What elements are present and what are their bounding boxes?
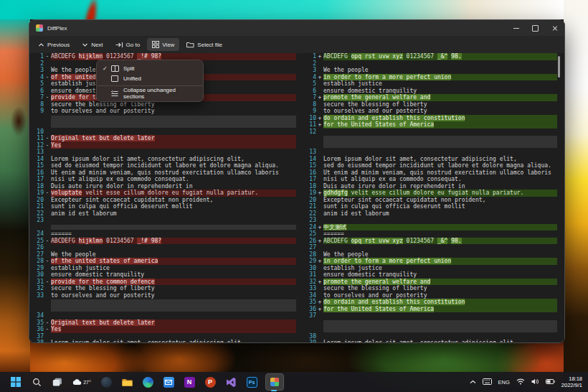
wifi-button[interactable]: [516, 378, 525, 386]
change-marker: [44, 285, 51, 292]
line-number: 37: [305, 312, 316, 319]
line-number: 20: [32, 197, 44, 204]
photoshop-button[interactable]: Ps: [245, 374, 259, 390]
start-button[interactable]: [9, 374, 23, 390]
close-icon: [552, 25, 558, 31]
select-file-button[interactable]: Select file: [181, 39, 227, 51]
mail-icon: [163, 377, 174, 388]
chat-app-button[interactable]: [99, 374, 113, 390]
line-number: 34: [32, 312, 44, 319]
search-button[interactable]: [29, 374, 44, 390]
line-text: Lorem ipsum dolor sit amet, consectetur …: [51, 156, 296, 163]
line-text: Duis aute irure dolor in reprehenderit i…: [323, 183, 557, 190]
line-text: Yes: [51, 326, 296, 333]
view-button[interactable]: View: [147, 38, 179, 51]
line-text: ======: [51, 230, 296, 238]
line-number: 23: [305, 217, 316, 224]
line-text: establish justice: [51, 265, 296, 272]
vertical-scrollbar[interactable]: [558, 56, 560, 78]
mail-button[interactable]: [161, 374, 176, 390]
clock[interactable]: 18:18 2022/9/1: [561, 375, 582, 388]
onenote-button[interactable]: N: [182, 374, 196, 390]
line-number: 38: [305, 333, 316, 340]
line-text: gdhdgfg velit esse cillum dolore eu fugi…: [323, 190, 557, 197]
taskbar: 27° N P Ps: [0, 372, 588, 392]
line-text: Lorem ipsum dolor sit amet, consectetur …: [51, 340, 296, 343]
previous-label: Previous: [47, 42, 70, 48]
line-text: [51, 129, 296, 136]
change-marker: [316, 271, 323, 279]
line-number: 11: [305, 121, 316, 129]
line-text: We the people: [51, 251, 296, 258]
diff-row: 28-of the united states of america: [32, 258, 296, 265]
filler-block: [323, 136, 557, 148]
goto-button[interactable]: Go to: [110, 39, 146, 51]
line-text: [51, 244, 296, 251]
change-marker: [44, 183, 51, 190]
titlebar: DiffPlex: [29, 20, 564, 36]
menu-item-split[interactable]: ✓ Split: [97, 63, 203, 73]
line-number: 27: [32, 251, 44, 258]
diffplex-taskbar-icon: [270, 378, 279, 386]
diff-row: 35-Original text but delete later: [32, 319, 296, 327]
minimize-button[interactable]: [506, 20, 526, 36]
maximize-button[interactable]: [526, 20, 545, 36]
change-marker: [316, 230, 323, 238]
checkmark-icon: ✓: [103, 65, 111, 72]
change-marker: [44, 265, 51, 272]
line-number: 29: [305, 258, 316, 265]
next-button[interactable]: Next: [77, 39, 108, 51]
diff-row: 38: [305, 333, 557, 340]
touch-keyboard-button[interactable]: [483, 378, 492, 386]
file-explorer-button[interactable]: [120, 374, 134, 390]
line-number: 21: [305, 203, 316, 210]
powerpoint-button[interactable]: P: [203, 374, 217, 390]
diff-pane-right[interactable]: 1+ABCDEFG opq rst uvw xyz 01234567 _&^ 9…: [305, 53, 557, 343]
line-number: 26: [305, 238, 316, 245]
diff-row: 34to ourselves and our posterity: [305, 292, 557, 299]
menu-item-unified[interactable]: Unified: [97, 73, 203, 83]
task-view-button[interactable]: [50, 374, 65, 390]
line-text: [323, 129, 557, 136]
diff-row: 31-provide for the common defence: [32, 279, 296, 286]
weather-widget[interactable]: 27°: [71, 374, 93, 390]
wifi-icon: [516, 378, 525, 385]
line-text: [51, 149, 296, 156]
line-number: 1: [305, 53, 316, 60]
line-text: [323, 244, 557, 251]
battery-button[interactable]: [546, 379, 555, 386]
change-marker: [44, 162, 51, 169]
diff-row: 33secure the blessing of liberty: [305, 285, 557, 292]
change-marker: [44, 129, 51, 136]
diff-row: 38Lorem ipsum dolor sit amet, consectetu…: [32, 340, 296, 343]
volume-button[interactable]: [531, 378, 539, 386]
diffplex-window: DiffPlex Previous Next Go to Vi: [29, 19, 565, 343]
language-indicator[interactable]: ENG: [498, 379, 510, 386]
line-number: 3: [305, 67, 316, 74]
change-marker: [44, 271, 51, 279]
line-number: 6: [32, 88, 44, 95]
change-marker: [44, 197, 51, 204]
line-text: [51, 333, 296, 340]
line-text: [323, 217, 557, 224]
close-button[interactable]: [545, 20, 564, 36]
line-text: [323, 312, 557, 319]
date: 2022/9/1: [561, 382, 582, 388]
change-marker: [44, 80, 51, 88]
diff-row: 5establish justice: [305, 80, 557, 88]
line-number: 27: [305, 244, 316, 251]
tray-expand-button[interactable]: [470, 379, 476, 386]
change-marker: +: [316, 94, 323, 101]
line-text: Original text but delete later: [51, 135, 296, 142]
menu-item-collapse-unchanged[interactable]: Collapse unchanged sections: [97, 88, 203, 98]
visual-studio-button[interactable]: [224, 374, 238, 390]
diffplex-taskbar-button[interactable]: [265, 373, 284, 391]
menu-item-label: Split: [123, 65, 135, 72]
previous-button[interactable]: Previous: [33, 39, 75, 51]
line-number: 25: [305, 230, 316, 238]
edge-button[interactable]: [141, 374, 155, 390]
line-number: 31: [305, 271, 316, 279]
change-marker: +: [316, 258, 323, 265]
line-number: 1: [32, 53, 44, 60]
chevron-up-icon: [38, 42, 44, 48]
